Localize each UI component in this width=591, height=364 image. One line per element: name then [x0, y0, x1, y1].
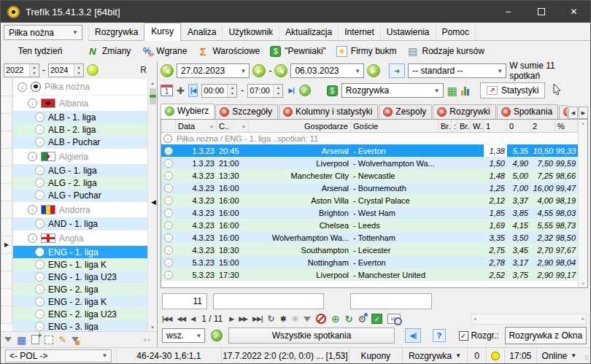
row-go-cell[interactable]: → [161, 206, 176, 219]
last-record-icon[interactable]: ▶▶| [252, 315, 262, 322]
prev-date-icon[interactable]: ◀ [161, 64, 174, 77]
column-header-[interactable]: : [452, 120, 457, 132]
match-row[interactable]: →4.3.2316:00Chelsea- Leeds1,694,155,5598… [161, 219, 578, 231]
column-header-w[interactable]: W... [471, 120, 484, 132]
filter-field-1[interactable] [213, 293, 324, 309]
row-go-cell[interactable]: → [161, 144, 176, 157]
row-go-cell[interactable]: → [161, 219, 176, 231]
match-row[interactable]: →1.3.2321:00Liverpool- Wolverhampton Wa.… [161, 157, 578, 169]
skip-start-icon[interactable]: |◀ [188, 84, 198, 97]
tab-scroll-left-icon[interactable]: ◀ [568, 107, 578, 119]
toolbar-button-pewniaki[interactable]: $"Pewniaki" [270, 46, 326, 57]
back-arrow-button[interactable]: ◀| [405, 328, 421, 343]
go-icon[interactable]: → [35, 309, 45, 319]
toolbar-button-firmy-bukm[interactable]: ★Firmy bukm [336, 46, 397, 57]
match-row[interactable]: →4.3.2313:30Manchester City- Newcastle1,… [161, 169, 578, 182]
year-to-input[interactable] [49, 64, 74, 77]
resize-grip[interactable]: ⠿ [582, 348, 590, 363]
panel-tab-szczegóły[interactable]: ✕Szczegóły [215, 104, 278, 119]
collapse-group-icon[interactable]: ↓ [163, 134, 172, 143]
scrollbar-thumb[interactable] [150, 88, 156, 104]
edit-pen-icon[interactable]: ✎ [58, 335, 66, 344]
cancel-icon[interactable] [316, 314, 326, 324]
match-row[interactable]: →4.3.2316:00Wolverhampton Wa...- Tottenh… [161, 231, 578, 244]
filter-settings-icon[interactable] [72, 337, 79, 346]
tree-country-algieria[interactable]: ↓Algieria [13, 148, 147, 164]
statistics-button[interactable]: ↗ Statystyki [480, 82, 545, 98]
panel-tab-rozgrywki[interactable]: ✕Rozgrywki [433, 104, 495, 119]
scroll-down-icon[interactable]: ▼ [581, 282, 585, 286]
go-icon[interactable]: → [35, 125, 45, 134]
column-header-2[interactable]: 2 [530, 120, 555, 132]
date-to-select[interactable]: 06.03.2023 ▼ [290, 63, 363, 78]
row-go-cell[interactable]: → [161, 182, 176, 194]
tree-league-eng-2-liga-k[interactable]: →ENG - 2. liga K [13, 295, 147, 308]
insert-icon[interactable]: ✱ [279, 314, 286, 324]
table-scrollbar[interactable]: ▲ ▼ [578, 120, 587, 287]
time-from-spinner[interactable]: ▲▼ [201, 84, 237, 98]
row-go-cell[interactable]: → [161, 194, 176, 206]
apply-check-icon[interactable]: ✓ [211, 330, 222, 341]
filter-field-2[interactable] [350, 293, 432, 309]
tree-league-alb-1-liga[interactable]: →ALB - 1. liga [13, 111, 147, 123]
go-icon[interactable]: → [35, 219, 45, 228]
tab-ustawienia[interactable]: Ustawienia [380, 25, 436, 40]
tree-league-alg-1-liga[interactable]: →ALG - 1. liga [13, 164, 147, 177]
go-icon[interactable]: → [35, 247, 45, 257]
maximize-button[interactable] [525, 1, 557, 23]
toolbar-button-zmiany[interactable]: NZmiany [87, 45, 131, 57]
fast-prev-icon[interactable]: ◀◀ [177, 315, 185, 322]
panel-tab-clipped[interactable]: ✕ [559, 105, 568, 119]
column-header-1[interactable]: 1 [484, 120, 507, 132]
prev-record-icon[interactable]: ◀ [190, 315, 195, 322]
toolbar-button-rodzaje-kursów[interactable]: ▤Rodzaje kursów [407, 45, 484, 57]
coupons-segment[interactable]: Kupony [349, 348, 403, 363]
date-from-select[interactable]: 27.02.2023 ▼ [177, 63, 250, 78]
column-header-gospodarze[interactable]: Gospodarze [249, 120, 351, 132]
apply-check-icon[interactable]: ✓ [299, 85, 311, 96]
year-from-input[interactable] [4, 64, 29, 77]
column-header-[interactable]: % [555, 120, 578, 132]
zoom-add-icon[interactable]: ⊕ [331, 314, 340, 324]
tree-league-alg-2-liga[interactable]: →ALG - 2. liga [13, 177, 147, 189]
row-go-cell[interactable]: → [161, 256, 176, 268]
column-header-br[interactable]: Br... [457, 120, 471, 132]
row-go-cell[interactable]: → [161, 231, 176, 244]
match-row[interactable]: →5.3.2317:30Liverpool- Manchester United… [161, 268, 578, 281]
expand-icon[interactable]: ↓ [28, 98, 37, 108]
go-icon[interactable]: → [35, 284, 45, 294]
tree-league-eng-1-liga-u23[interactable]: →ENG - 1. liga U23 [13, 271, 147, 283]
tree-country-andorra[interactable]: ↓Andorra [13, 201, 147, 217]
refresh-icon[interactable]: ↻ [267, 314, 274, 324]
match-row[interactable]: →4.3.2316:00Arsenal- Bournemouth1,257,00… [161, 182, 578, 194]
spinner-arrows-icon[interactable]: ▲▼ [273, 85, 282, 97]
panel-tab-kolumny-i-statystyki[interactable]: ✕Kolumny i statystyki [279, 104, 378, 119]
row-go-cell[interactable]: → [161, 169, 176, 182]
horizontal-scrollbar[interactable]: ◂ ▸ [471, 314, 587, 325]
online-segment[interactable]: Online ▼ [537, 348, 582, 363]
column-header-br[interactable]: Br... [439, 120, 452, 132]
tree-league-eng-2-liga[interactable]: →ENG - 2. liga [13, 283, 147, 295]
expand-icon[interactable]: ↓ [18, 82, 27, 92]
match-row[interactable]: →1.3.2320:45Arsenal- Everton1,385,3510,5… [161, 144, 578, 157]
row-go-cell[interactable]: → [161, 157, 176, 169]
preview-100-icon[interactable]: 100 [387, 314, 401, 324]
match-row[interactable]: →4.3.2316:00Aston Villa- Crystal Palace2… [161, 194, 578, 206]
next-date-icon[interactable]: ▶ [252, 64, 266, 77]
tree-league-eng-2-liga-u23[interactable]: →ENG - 2. liga U23 [13, 308, 147, 320]
tree-sport-piłka-nożna[interactable]: ↓Piłka nożna [13, 79, 147, 95]
group-row[interactable]: ↓ Piłka nożna / ENG - 1. liga ..spotkań:… [161, 133, 578, 144]
scroll-up-icon[interactable]: ▲ [581, 121, 585, 125]
column-header-row-icon[interactable] [161, 120, 176, 132]
expand-icon[interactable]: ↓ [28, 233, 37, 243]
go-icon[interactable]: → [35, 166, 45, 175]
tree-league-alb-puchar[interactable]: →ALB - Puchar [13, 136, 147, 148]
tab-aktualizacja[interactable]: Aktualizacja [279, 25, 338, 40]
row-go-cell[interactable]: → [161, 244, 176, 256]
go-icon[interactable]: → [35, 112, 45, 122]
tab-kursy[interactable]: Kursy [144, 23, 181, 41]
settings-gear-icon[interactable]: ⚙ [358, 314, 367, 324]
toolbar-button-warościowe[interactable]: ΣWarościowe [197, 45, 260, 57]
export-table-icon[interactable]: ▦ [447, 85, 457, 96]
prev-date-icon[interactable]: ◀ [274, 64, 287, 77]
